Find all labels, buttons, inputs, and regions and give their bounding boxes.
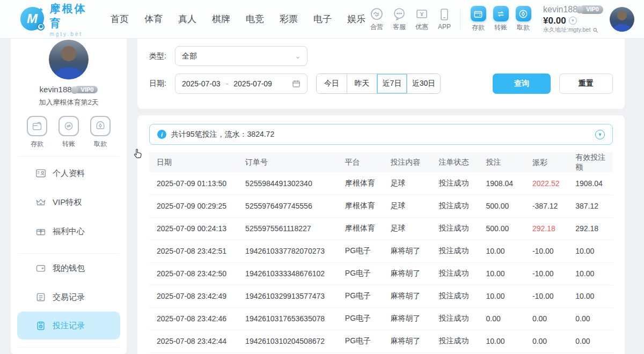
main-content: 类型: 全部 ⌄ 日期: 2025-07-03 - 2025-07-09 今日 …: [137, 39, 625, 354]
wallet-icon: [35, 263, 46, 274]
quick-30days-button[interactable]: 近30日: [407, 74, 440, 93]
type-select[interactable]: 全部 ⌄: [175, 46, 308, 66]
col-date: 日期: [149, 152, 244, 172]
customer-service-icon: [392, 7, 406, 21]
deposit-icon: [27, 116, 47, 136]
sidebar-deposit-button[interactable]: 存款: [27, 116, 47, 149]
nav-item-home[interactable]: 首页: [111, 13, 129, 25]
records-panel: i 共计95笔投注，流水：3824.72 ▼ 日期 订单号 平台 投注内容 注单…: [137, 115, 625, 354]
expand-icon[interactable]: ▼: [595, 130, 605, 139]
col-platform: 平台: [344, 152, 390, 172]
sidebar-menu: 个人资料 VIP特权 福利中心 我的钱包 交易记录 投注记录 兑奖记录: [11, 159, 127, 354]
sidebar-item-profile[interactable]: 个人资料: [11, 159, 127, 188]
transfer-icon: [493, 6, 509, 21]
top-navbar: M ✦ ⬟ 摩根体育 mgty.bet 首页 体育 真人 棋牌 电竞 彩票 电子…: [0, 0, 644, 39]
withdraw-icon: [516, 6, 531, 21]
quick-yesterday-button[interactable]: 昨天: [347, 74, 377, 93]
sidebar-item-vip[interactable]: VIP特权: [11, 188, 127, 217]
nav-item-cards[interactable]: 棋牌: [212, 13, 230, 25]
transfer-icon: [58, 116, 79, 136]
table-row: 2025-07-08 23:42:501942610333348676102PG…: [149, 262, 613, 285]
quick-7days-button[interactable]: 近7日: [377, 74, 407, 93]
customer-service-link[interactable]: 客服: [388, 7, 411, 32]
balance-amount: ¥0.00: [543, 15, 566, 26]
mobile-app-icon: [437, 8, 451, 21]
transactions-icon: [35, 292, 46, 303]
col-bet: 投注: [485, 152, 531, 172]
football-icon: ⬟: [37, 23, 45, 31]
table-row: 2025-07-09 00:29:255255976497745556摩根体育足…: [149, 195, 613, 217]
sidebar-item-transactions[interactable]: 交易记录: [11, 283, 127, 312]
withdraw-icon: [90, 116, 111, 136]
logo-title: 摩根体育: [49, 2, 94, 31]
permanent-address: 永久地址:mgty.bet: [543, 26, 590, 34]
crown-icon: [35, 197, 46, 208]
sidebar-item-prize-records[interactable]: 兑奖记录: [11, 348, 127, 354]
type-label: 类型:: [149, 51, 175, 61]
date-to: 2025-07-09: [233, 79, 272, 88]
sidebar-item-benefits[interactable]: 福利中心: [11, 217, 127, 246]
sidebar-withdraw-button[interactable]: 取款: [90, 116, 111, 149]
bet-records-table: 日期 订单号 平台 投注内容 注单状态 投注 派彩 有效投注额 2025-07-…: [149, 152, 613, 354]
transfer-button[interactable]: 转账: [489, 6, 512, 32]
site-logo[interactable]: M ✦ ⬟ 摩根体育 mgty.bet: [20, 2, 94, 37]
sidebar-quick-actions: 存款 转账 取款: [11, 107, 127, 149]
date-from: 2025-07-03: [182, 79, 221, 88]
quick-today-button[interactable]: 今日: [317, 74, 347, 93]
table-row: 2025-07-09 01:13:505255984491302340摩根体育足…: [149, 172, 613, 195]
bet-records-icon: [35, 320, 46, 331]
reset-button[interactable]: 重置: [559, 73, 613, 94]
calendar-icon: [292, 79, 301, 88]
sidebar-vip-badge: VIP0: [75, 86, 98, 93]
logo-subtitle: mgty.bet: [49, 31, 94, 37]
table-row: 2025-07-08 23:42:441942610310204508672PG…: [149, 330, 613, 352]
handshake-icon: [370, 7, 384, 21]
nav-item-slots[interactable]: 电子: [313, 13, 332, 25]
sidebar-item-wallet[interactable]: 我的钱包: [11, 254, 127, 283]
col-status: 注单状态: [437, 152, 485, 172]
refresh-balance-icon[interactable]: ▾: [569, 17, 577, 25]
date-label: 日期:: [149, 79, 175, 88]
sidebar-avatar[interactable]: [49, 40, 89, 79]
nav-item-entertainment[interactable]: 娱乐: [347, 13, 365, 25]
nav-item-sports[interactable]: 体育: [144, 13, 163, 25]
magnifier-icon[interactable]: [592, 27, 598, 33]
deposit-button[interactable]: 存款: [467, 6, 489, 32]
user-info-block: kevin188 VIP0 ¥0.00 ▾ 永久地址:mgty.bet: [543, 4, 603, 34]
app-download-link[interactable]: APP: [433, 8, 456, 31]
table-row: 2025-07-08 23:42:461942610317653635078PG…: [149, 307, 613, 330]
chevron-down-icon: ⌄: [295, 53, 301, 60]
nav-item-lottery[interactable]: 彩票: [280, 13, 298, 25]
navbar-divider: [460, 9, 460, 30]
sidebar-username: kevin188: [40, 85, 72, 94]
col-order: 订单号: [244, 152, 344, 172]
promotions-link[interactable]: 优惠: [411, 7, 433, 32]
user-avatar[interactable]: [610, 7, 634, 32]
withdraw-button[interactable]: 取款: [512, 6, 535, 32]
quick-date-group: 今日 昨天 近7日 近30日: [316, 73, 441, 94]
table-row: 2025-07-08 23:42:491942610329913577473PG…: [149, 285, 613, 307]
sidebar-divider: [18, 156, 119, 157]
col-payout: 派彩: [531, 152, 574, 172]
table-header-row: 日期 订单号 平台 投注内容 注单状态 投注 派彩 有效投注额: [149, 152, 613, 172]
sidebar-item-bet-records[interactable]: 投注记录: [17, 312, 120, 340]
coupon-icon: [415, 7, 429, 21]
profile-icon: [35, 168, 46, 179]
table-row: 2025-07-08 23:42:511942610337782070273PG…: [149, 240, 613, 262]
membership-days: 加入摩根体育第2天: [11, 98, 127, 107]
col-valid: 有效投注额: [574, 152, 613, 172]
star-icon: ✦: [38, 6, 44, 14]
logo-icon: M ✦ ⬟: [20, 7, 45, 32]
partner-link[interactable]: 合营: [365, 7, 388, 32]
benefits-icon: [35, 226, 46, 237]
sidebar-transfer-button[interactable]: 转账: [58, 116, 79, 149]
nav-item-live[interactable]: 真人: [178, 13, 196, 25]
date-range-input[interactable]: 2025-07-03 - 2025-07-09: [175, 73, 308, 94]
username[interactable]: kevin188: [543, 4, 577, 15]
nav-item-esports[interactable]: 电竞: [246, 13, 264, 25]
sidebar: kevin188 VIP0 加入摩根体育第2天 存款 转账 取款 个人资料: [11, 39, 127, 354]
search-button[interactable]: 查询: [493, 73, 551, 94]
info-icon: i: [157, 130, 166, 139]
filter-panel: 类型: 全部 ⌄ 日期: 2025-07-03 - 2025-07-09 今日 …: [137, 39, 625, 109]
col-content: 投注内容: [390, 152, 438, 172]
